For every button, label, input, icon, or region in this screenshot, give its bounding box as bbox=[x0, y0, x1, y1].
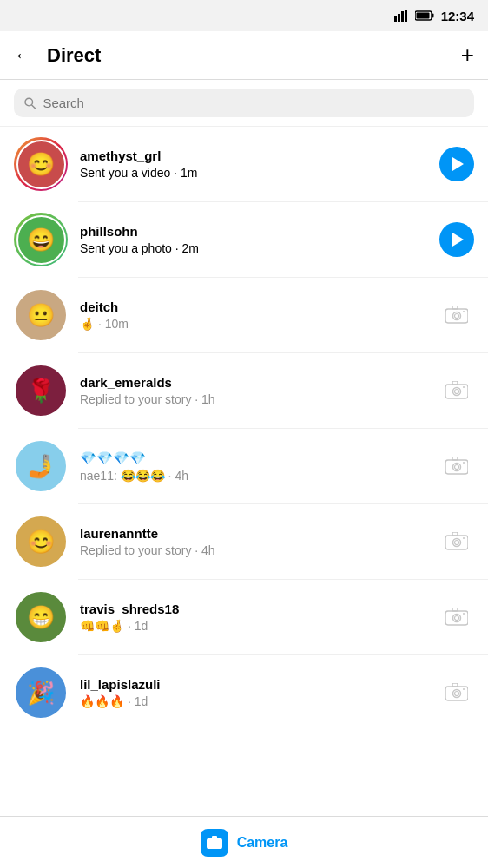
back-button[interactable]: ← bbox=[14, 41, 40, 70]
svg-point-27 bbox=[455, 541, 459, 545]
svg-rect-29 bbox=[445, 611, 468, 625]
action-icon[interactable] bbox=[439, 222, 474, 257]
message-preview: Replied to your story · 1h bbox=[80, 392, 439, 406]
camera-icon bbox=[445, 457, 468, 476]
avatar-ring: 😊 bbox=[14, 515, 68, 569]
list-item[interactable]: 😐 deitch 🤞 · 10m bbox=[0, 278, 488, 352]
avatar: 😊 bbox=[14, 515, 68, 569]
list-item[interactable]: 😊 laurenanntte Replied to your story · 4… bbox=[0, 504, 488, 579]
username: 💎💎💎💎 bbox=[80, 450, 439, 466]
message-preview: 🤞 · 10m bbox=[80, 317, 439, 331]
message-content: dark_emeralds Replied to your story · 1h bbox=[80, 375, 439, 406]
username: phillsohn bbox=[80, 224, 439, 239]
svg-point-25 bbox=[453, 539, 461, 547]
avatar-ring: 🎉 bbox=[14, 666, 68, 720]
time-display: 12:34 bbox=[441, 9, 474, 23]
new-message-button[interactable]: + bbox=[461, 42, 474, 69]
play-button[interactable] bbox=[439, 147, 474, 181]
list-item[interactable]: 😊 amethyst_grl Sent you a video · 1m bbox=[0, 127, 488, 201]
svg-rect-5 bbox=[416, 13, 429, 19]
svg-rect-24 bbox=[445, 536, 468, 549]
svg-rect-16 bbox=[452, 381, 458, 385]
svg-rect-0 bbox=[394, 16, 397, 22]
message-preview: 👊👊🤞 · 1d bbox=[80, 619, 439, 633]
svg-point-18 bbox=[463, 386, 465, 388]
svg-rect-36 bbox=[452, 683, 458, 687]
camera-icon bbox=[445, 608, 468, 627]
svg-point-33 bbox=[463, 613, 465, 615]
camera-icon bbox=[445, 683, 468, 702]
camera-icon bbox=[445, 381, 468, 400]
message-content: amethyst_grl Sent you a video · 1m bbox=[80, 148, 439, 180]
search-bar bbox=[0, 80, 488, 127]
svg-point-12 bbox=[455, 314, 459, 319]
svg-point-13 bbox=[463, 311, 465, 312]
avatar-ring: 🌹 bbox=[14, 364, 68, 418]
search-icon bbox=[24, 97, 36, 109]
svg-point-22 bbox=[455, 465, 459, 470]
avatar: 🌹 bbox=[14, 364, 68, 418]
avatar-ring: 😁 bbox=[14, 590, 68, 644]
action-icon bbox=[439, 298, 474, 332]
avatar: 😄 bbox=[16, 215, 66, 265]
message-content: laurenanntte Replied to your story · 4h bbox=[80, 526, 439, 557]
svg-point-38 bbox=[463, 688, 465, 690]
svg-rect-14 bbox=[445, 385, 468, 398]
bottom-nav: Camera bbox=[0, 816, 488, 868]
avatar: 😐 bbox=[14, 288, 68, 342]
action-icon bbox=[439, 449, 474, 483]
signal-icon bbox=[394, 10, 410, 22]
svg-point-10 bbox=[453, 312, 461, 320]
message-content: lil_lapislazuli 🔥🔥🔥 · 1d bbox=[80, 677, 439, 708]
svg-point-17 bbox=[455, 390, 459, 394]
message-preview: Sent you a photo · 2m bbox=[80, 241, 439, 255]
play-button[interactable] bbox=[439, 222, 474, 257]
svg-point-32 bbox=[455, 616, 459, 621]
svg-rect-31 bbox=[452, 608, 458, 611]
svg-rect-3 bbox=[405, 10, 407, 22]
search-input[interactable] bbox=[43, 95, 464, 110]
list-item[interactable]: 😄 phillsohn Sent you a photo · 2m bbox=[0, 202, 488, 277]
header: ← Direct + bbox=[0, 31, 488, 80]
svg-rect-21 bbox=[452, 457, 458, 460]
avatar: 🤳 bbox=[14, 439, 68, 493]
username: deitch bbox=[80, 299, 439, 314]
username: travis_shreds18 bbox=[80, 602, 439, 616]
action-icon bbox=[439, 373, 474, 408]
username: lil_lapislazuli bbox=[80, 677, 439, 692]
svg-rect-26 bbox=[452, 532, 458, 536]
svg-rect-2 bbox=[401, 11, 404, 22]
svg-point-37 bbox=[455, 692, 459, 696]
message-content: deitch 🤞 · 10m bbox=[80, 299, 439, 331]
avatar-ring: 😊 bbox=[14, 137, 68, 191]
avatar: 😊 bbox=[16, 140, 66, 189]
action-icon bbox=[439, 675, 474, 710]
avatar-ring: 😄 bbox=[14, 213, 68, 266]
action-icon bbox=[439, 524, 474, 559]
svg-point-28 bbox=[463, 537, 465, 539]
message-content: 💎💎💎💎 nae11: 😂😂😂 · 4h bbox=[80, 450, 439, 483]
camera-label[interactable]: Camera bbox=[237, 835, 288, 851]
svg-rect-1 bbox=[398, 14, 400, 22]
list-item[interactable]: 🤳 💎💎💎💎 nae11: 😂😂😂 · 4h bbox=[0, 429, 488, 503]
search-input-wrapper[interactable] bbox=[14, 89, 474, 117]
avatar-ring: 🤳 bbox=[14, 439, 68, 493]
list-item[interactable]: 🌹 dark_emeralds Replied to your story · … bbox=[0, 353, 488, 428]
svg-point-15 bbox=[453, 388, 461, 396]
svg-rect-34 bbox=[445, 687, 468, 700]
avatar: 😁 bbox=[14, 590, 68, 644]
svg-line-8 bbox=[32, 104, 36, 108]
svg-rect-6 bbox=[432, 14, 433, 18]
list-item[interactable]: 🎉 lil_lapislazuli 🔥🔥🔥 · 1d bbox=[0, 655, 488, 730]
svg-point-30 bbox=[453, 615, 461, 622]
svg-point-35 bbox=[453, 690, 461, 698]
camera-nav-icon bbox=[201, 829, 228, 857]
status-icons bbox=[394, 10, 434, 22]
svg-rect-11 bbox=[452, 306, 458, 309]
action-icon[interactable] bbox=[439, 147, 474, 181]
message-content: phillsohn Sent you a photo · 2m bbox=[80, 224, 439, 255]
username: laurenanntte bbox=[80, 526, 439, 541]
page-title: Direct bbox=[47, 44, 101, 67]
message-preview: 🔥🔥🔥 · 1d bbox=[80, 694, 439, 708]
list-item[interactable]: 😁 travis_shreds18 👊👊🤞 · 1d bbox=[0, 580, 488, 654]
